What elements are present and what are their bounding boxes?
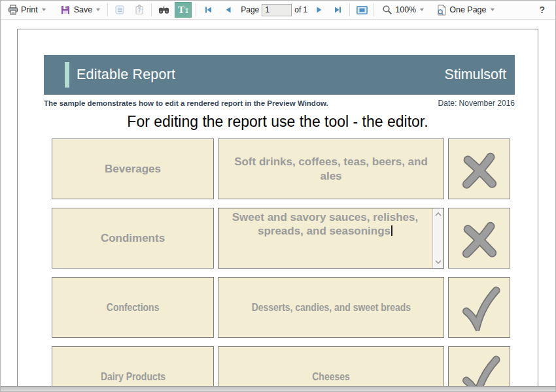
- text-editor-icon: T: [178, 5, 184, 15]
- toolbar-separator: [107, 3, 108, 16]
- check-icon: [459, 284, 500, 331]
- full-screen-icon: [356, 5, 368, 16]
- toolbar-separator: [349, 3, 350, 16]
- view-mode-button[interactable]: One Page: [432, 2, 497, 18]
- toolbar: Print Save: [1, 1, 555, 20]
- categories-table: Beverages Soft drinks, coffees, teas, be…: [52, 139, 510, 386]
- toolbar-separator: [196, 3, 196, 16]
- save-icon: [60, 5, 71, 16]
- print-label: Print: [21, 5, 38, 14]
- parameters-icon: ?: [134, 5, 145, 16]
- bookmarks-button[interactable]: [112, 2, 128, 18]
- chevron-down-icon: [420, 8, 424, 11]
- cross-icon: [459, 218, 500, 259]
- full-screen-button[interactable]: [354, 2, 370, 18]
- one-page-icon: [436, 5, 447, 16]
- save-label: Save: [74, 5, 93, 14]
- bookmarks-icon: [114, 5, 126, 16]
- status-cell[interactable]: [448, 139, 510, 199]
- category-cell[interactable]: Condiments: [52, 208, 214, 269]
- binoculars-icon: [158, 5, 169, 16]
- description-cell[interactable]: Desserts, candies, and sweet breads: [218, 277, 444, 338]
- scroll-down-icon[interactable]: [435, 260, 442, 264]
- header-accent-bar: [65, 62, 69, 88]
- find-button[interactable]: [156, 2, 171, 18]
- description-label: Cheeses: [312, 370, 349, 384]
- report-subtitle: The sample demonstrates how to edit a re…: [44, 99, 328, 107]
- first-page-button[interactable]: [200, 2, 216, 18]
- report-page: Editable Report Stimulsoft The sample de…: [17, 29, 538, 386]
- report-header-band: Editable Report Stimulsoft: [44, 55, 515, 95]
- toolbar-separator: [374, 3, 374, 16]
- help-button[interactable]: ?: [539, 5, 545, 15]
- parameters-button[interactable]: ?: [131, 2, 147, 18]
- category-label: Confections: [107, 301, 160, 314]
- scroll-up-icon[interactable]: [435, 212, 442, 216]
- editor-tool-button[interactable]: TI: [175, 2, 192, 18]
- pages-total-label: of 1: [294, 5, 307, 14]
- printer-icon: [7, 5, 18, 16]
- previous-page-icon: [222, 5, 234, 16]
- subtitle-row: The sample demonstrates how to edit a re…: [44, 99, 515, 108]
- preview-area: Editable Report Stimulsoft The sample de…: [1, 20, 555, 386]
- description-label: Sweet and savory sauces, relishes, sprea…: [232, 211, 418, 237]
- category-cell[interactable]: Beverages: [52, 139, 214, 199]
- horizontal-scrollbar[interactable]: [1, 386, 555, 391]
- report-date: Date: November 2016: [438, 99, 515, 108]
- category-label: Dairy Products: [100, 370, 165, 384]
- last-page-button[interactable]: [330, 2, 345, 18]
- description-label: Soft drinks, coffees, teas, beers, and a…: [225, 155, 437, 183]
- print-button[interactable]: Print: [4, 2, 49, 18]
- previous-page-button[interactable]: [220, 2, 235, 18]
- check-icon: [459, 353, 500, 387]
- description-label: Desserts, candies, and sweet breads: [251, 301, 410, 314]
- editor-scrollbar[interactable]: [432, 208, 443, 268]
- page-number-input[interactable]: [262, 4, 292, 16]
- svg-text:?: ?: [138, 8, 141, 14]
- category-label: Condiments: [101, 231, 165, 245]
- zoom-button[interactable]: 100%: [378, 2, 427, 18]
- zoom-value: 100%: [395, 5, 416, 14]
- cross-icon: [459, 149, 500, 189]
- status-cell[interactable]: [448, 346, 510, 386]
- instruction-text: For editing the report use the tool - th…: [18, 113, 538, 131]
- status-cell[interactable]: [448, 208, 510, 269]
- category-cell[interactable]: Confections: [52, 277, 214, 338]
- description-editor-cell[interactable]: Sweet and savory sauces, relishes, sprea…: [218, 208, 444, 269]
- magnifier-icon: [381, 5, 392, 16]
- status-cell[interactable]: [448, 277, 510, 338]
- category-cell[interactable]: Dairy Products: [52, 346, 214, 386]
- view-mode-label: One Page: [449, 5, 486, 14]
- chevron-down-icon: [42, 8, 46, 11]
- first-page-icon: [203, 5, 214, 16]
- report-viewer-window: Print Save: [0, 0, 556, 392]
- editor-textbox[interactable]: Sweet and savory sauces, relishes, sprea…: [218, 208, 443, 240]
- chevron-down-icon: [491, 8, 495, 11]
- description-cell[interactable]: Cheeses: [218, 346, 444, 386]
- toolbar-separator: [151, 3, 152, 16]
- save-button[interactable]: Save: [57, 2, 104, 18]
- page-label: Page: [241, 5, 259, 14]
- next-page-icon: [314, 5, 325, 16]
- last-page-icon: [332, 5, 343, 16]
- description-cell[interactable]: Soft drinks, coffees, teas, beers, and a…: [218, 139, 444, 199]
- brand-label: Stimulsoft: [445, 55, 506, 95]
- text-cursor: [391, 225, 392, 236]
- category-label: Beverages: [105, 162, 161, 176]
- chevron-down-icon: [96, 8, 100, 11]
- report-title: Editable Report: [77, 55, 175, 95]
- next-page-button[interactable]: [311, 2, 327, 18]
